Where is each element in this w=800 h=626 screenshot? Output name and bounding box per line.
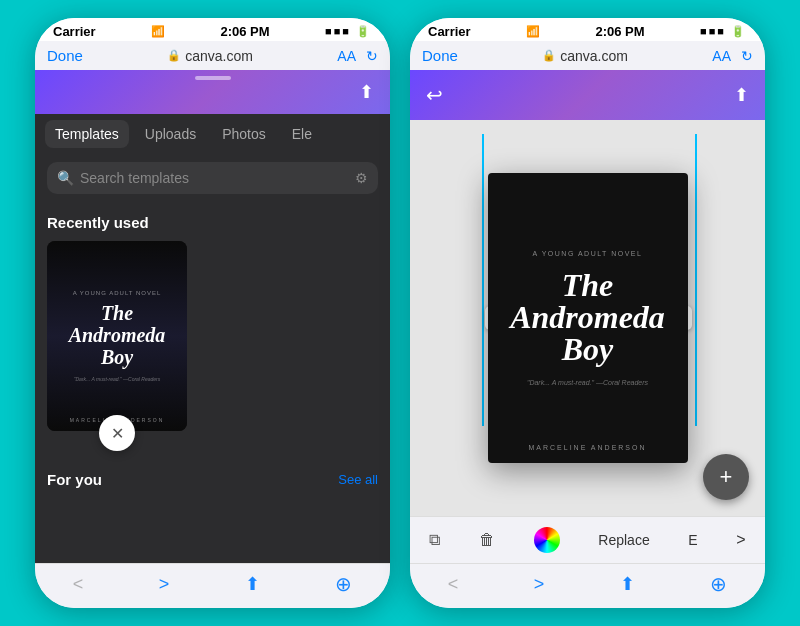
search-icon: 🔍 [57,170,74,186]
left-phone: Carrier 📶 2:06 PM ■■■ 🔋 Done 🔒 canva.com… [35,18,390,608]
browser-bar-left: Done 🔒 canva.com AA ↻ [35,41,390,70]
lock-icon-left: 🔒 [167,49,181,62]
gradient-header-left: ⬆ [35,70,390,114]
bottom-browser-bar-left: < > ⬆ ⊕ [35,563,390,608]
tab-photos[interactable]: Photos [212,120,276,148]
color-button[interactable] [534,527,560,553]
fab-button[interactable]: + [703,454,749,500]
share-icon-right[interactable]: ⬆ [734,84,749,106]
thumb-title: TheAndromedaBoy [69,302,166,368]
left-handle [482,134,484,426]
bottom-browser-bar-right: < > ⬆ ⊕ [410,563,765,608]
time-left: 2:06 PM [220,24,269,39]
see-all-button[interactable]: See all [338,472,378,487]
refresh-button-right[interactable]: ↻ [741,48,753,64]
right-phone: Carrier 📶 2:06 PM ■■■ 🔋 Done 🔒 canva.com… [410,18,765,608]
compass-button-left[interactable]: ⊕ [335,572,352,596]
forward-button-left[interactable]: > [159,574,170,595]
back-button-right[interactable]: < [448,574,459,595]
url-area-left: 🔒 canva.com [167,48,253,64]
close-icon: ✕ [111,424,124,443]
done-button-right[interactable]: Done [422,47,458,64]
aa-button-right[interactable]: AA [712,48,731,64]
tab-uploads[interactable]: Uploads [135,120,206,148]
canvas-subtitle: A YOUNG ADULT NOVEL [533,250,643,257]
chevron-icon[interactable]: > [736,531,745,549]
browser-controls-right: AA ↻ [712,48,753,64]
carrier-left: Carrier [53,24,96,39]
done-button-left[interactable]: Done [47,47,83,64]
delete-button[interactable]: 🗑 [479,531,495,549]
aa-button-left[interactable]: AA [337,48,356,64]
share-button-left[interactable]: ⬆ [245,573,260,595]
thumb-subtitle: A YOUNG ADULT NOVEL [73,290,162,296]
url-text-left[interactable]: canva.com [185,48,253,64]
tab-elements[interactable]: Ele [282,120,322,148]
expand-button[interactable]: E [688,532,697,548]
lock-icon-right: 🔒 [542,49,556,62]
search-area: 🔍 Search templates ⚙ [35,154,390,202]
canvas-author: MARCELINE ANDERSON [528,444,646,451]
browser-bar-right: Done 🔒 canva.com AA ↻ [410,41,765,70]
bottom-toolbar-right: ⧉ 🗑 Replace E > [410,516,765,563]
drag-handle-left [195,76,231,80]
forward-button-right[interactable]: > [534,574,545,595]
time-right: 2:06 PM [595,24,644,39]
for-you-row: For you See all [47,471,378,488]
recently-used-label: Recently used [47,214,378,231]
search-box[interactable]: 🔍 Search templates ⚙ [47,162,378,194]
url-text-right[interactable]: canva.com [560,48,628,64]
template-thumbnail[interactable]: A YOUNG ADULT NOVEL TheAndromedaBoy "Dar… [47,241,187,431]
canvas-title: TheAndromedaBoy [510,269,665,365]
canvas-book[interactable]: A YOUNG ADULT NOVEL TheAndromedaBoy "Dar… [488,173,688,463]
back-button-left[interactable]: < [73,574,84,595]
close-template-button[interactable]: ✕ [99,415,135,451]
url-area-right: 🔒 canva.com [542,48,628,64]
compass-button-right[interactable]: ⊕ [710,572,727,596]
back-icon-right[interactable]: ↩ [426,83,443,107]
copy-button[interactable]: ⧉ [429,531,440,549]
share-button-right[interactable]: ⬆ [620,573,635,595]
status-bar-right: Carrier 📶 2:06 PM ■■■ 🔋 [410,18,765,41]
carrier-right: Carrier [428,24,471,39]
status-bar-left: Carrier 📶 2:06 PM ■■■ 🔋 [35,18,390,41]
browser-controls-left: AA ↻ [337,48,378,64]
battery-left: ■■■ 🔋 [325,25,372,38]
tab-templates[interactable]: Templates [45,120,129,148]
upload-icon-left[interactable]: ⬆ [359,81,374,103]
replace-button[interactable]: Replace [598,532,649,548]
filter-icon[interactable]: ⚙ [355,170,368,186]
content-area-left: Recently used A YOUNG ADULT NOVEL TheAnd… [35,202,390,563]
for-you-label: For you [47,471,102,488]
canvas-area: A YOUNG ADULT NOVEL TheAndromedaBoy "Dar… [410,120,765,516]
battery-right: ■■■ 🔋 [700,25,747,38]
canvas-quote: "Dark... A must-read." —Coral Readers [527,379,648,386]
search-placeholder: Search templates [80,170,349,186]
right-handle [695,134,697,426]
template-thumbnail-wrapper: A YOUNG ADULT NOVEL TheAndromedaBoy "Dar… [47,241,187,431]
gradient-header-right: ↩ ⬆ [410,70,765,120]
refresh-button-left[interactable]: ↻ [366,48,378,64]
thumb-content: A YOUNG ADULT NOVEL TheAndromedaBoy "Dar… [47,241,187,431]
tabs-left: Templates Uploads Photos Ele [35,114,390,154]
thumb-quote: "Dark... A must-read." —Coral Readers [74,376,161,382]
